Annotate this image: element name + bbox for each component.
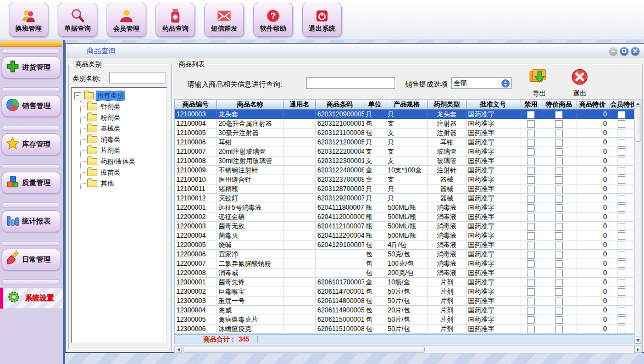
checkbox[interactable] bbox=[527, 214, 535, 221]
tree-item[interactable]: 针剂类 bbox=[81, 101, 166, 112]
checkbox[interactable] bbox=[618, 214, 625, 221]
sidebar-item-daily[interactable]: 日常管理 bbox=[2, 249, 61, 271]
scroll-right-button[interactable] bbox=[634, 346, 641, 353]
checkbox[interactable] bbox=[527, 251, 535, 259]
sidebar-item-quality[interactable]: 质量管理 bbox=[2, 172, 61, 194]
checkbox[interactable] bbox=[527, 326, 535, 333]
column-header[interactable]: 产品规格 bbox=[386, 100, 428, 110]
checkbox[interactable] bbox=[527, 288, 535, 296]
checkbox[interactable] bbox=[527, 242, 535, 249]
column-header[interactable]: 禁用 bbox=[520, 100, 542, 110]
sidebar-item-inventory[interactable]: 库存管理 bbox=[2, 133, 61, 155]
table-row[interactable]: 12200006宜家净包50克/包消毒液国药准字0 bbox=[175, 250, 634, 259]
checkbox[interactable] bbox=[618, 111, 625, 119]
exit-system-button[interactable]: 退出系统 bbox=[302, 3, 342, 37]
tree-item[interactable]: 器械类 bbox=[81, 123, 166, 134]
checkbox[interactable] bbox=[618, 223, 625, 231]
scroll-up-button[interactable] bbox=[635, 100, 641, 107]
table-row[interactable]: 12300006冰蟾瘟疫克6206115100008包50片/包片剂国药准字0 bbox=[175, 324, 634, 334]
table-row[interactable]: 12200002远征金碘6204112000000瓶500ML/瓶消毒液国药准字… bbox=[175, 212, 634, 222]
exit-button[interactable]: 退出 bbox=[565, 68, 594, 98]
collapse-icon[interactable] bbox=[74, 92, 81, 99]
table-row[interactable]: 1210000530毫升注射器6203121100008包支注射器国药准字0 bbox=[175, 128, 634, 138]
checkbox[interactable] bbox=[618, 232, 625, 240]
column-header[interactable]: 批准文号 bbox=[466, 100, 520, 110]
checkbox[interactable] bbox=[618, 204, 625, 212]
checkbox[interactable] bbox=[555, 214, 563, 221]
checkbox[interactable] bbox=[555, 288, 563, 296]
table-row[interactable]: 12300004禽威6206114900005包20片/包片剂国药准字0 bbox=[175, 306, 634, 315]
checkbox[interactable] bbox=[618, 195, 625, 203]
table-row[interactable]: 12300005禽病瘟毒克片6206115000001包50片/包片剂国药准字0 bbox=[175, 315, 634, 324]
checkbox[interactable] bbox=[555, 167, 563, 175]
maximize-button[interactable] bbox=[620, 47, 629, 55]
scroll-down-button[interactable] bbox=[635, 337, 641, 344]
column-header[interactable]: 特价商品 bbox=[542, 100, 576, 110]
checkbox[interactable] bbox=[555, 120, 563, 128]
tree-item-label[interactable]: 针剂类 bbox=[99, 102, 121, 111]
checkbox[interactable] bbox=[527, 316, 535, 324]
checkbox[interactable] bbox=[618, 316, 625, 324]
drug-query-button[interactable]: 药品查询 bbox=[156, 3, 195, 37]
checkbox[interactable] bbox=[527, 148, 535, 156]
scroll-left-button[interactable] bbox=[175, 346, 182, 353]
checkbox[interactable] bbox=[555, 130, 563, 137]
checkbox[interactable] bbox=[618, 176, 625, 184]
checkbox[interactable] bbox=[618, 326, 625, 333]
checkbox[interactable] bbox=[527, 167, 535, 175]
tree-item[interactable]: 其他 bbox=[81, 178, 166, 189]
checkbox[interactable] bbox=[527, 120, 535, 128]
tree-item[interactable]: 药粉/液体类 bbox=[81, 156, 166, 167]
checkbox[interactable] bbox=[527, 111, 535, 119]
column-header[interactable]: 药剂类型 bbox=[428, 100, 466, 110]
close-button[interactable] bbox=[631, 47, 640, 55]
table-row[interactable]: 12100011猪精瓶6203128700003只只器械国药准字0 bbox=[175, 184, 634, 194]
table-row[interactable]: 12300002巨毒喉宝6206114700001包50片/包片剂国药准字0 bbox=[175, 287, 634, 296]
table-row[interactable]: 12100012灭蚊灯6203129200007只只器械国药准字0 bbox=[175, 194, 634, 203]
table-row[interactable]: 12200004菌毒灭6204112200004瓶500ML/瓶消毒液国药准字0 bbox=[175, 231, 634, 240]
spinner-icon[interactable] bbox=[501, 79, 510, 88]
checkbox[interactable] bbox=[618, 139, 625, 147]
checkbox[interactable] bbox=[618, 120, 625, 128]
table-row[interactable]: 1210000830ml注射用玻璃管6203122300001支支玻璃管国药准字… bbox=[175, 156, 634, 166]
tree-item-label[interactable]: 器械类 bbox=[99, 124, 121, 133]
checkbox[interactable] bbox=[527, 279, 535, 287]
column-header[interactable]: 单位 bbox=[364, 100, 386, 110]
tree-item-label[interactable]: 其他 bbox=[99, 179, 115, 188]
checkbox[interactable] bbox=[527, 232, 535, 240]
tree-root-item[interactable]: 所有类别 bbox=[74, 90, 166, 101]
table-row[interactable]: 12100003龙头套6203120900005只只龙头套国药准字0 bbox=[175, 110, 634, 119]
checkbox[interactable] bbox=[618, 130, 625, 137]
table-row[interactable]: 12200005烧碱6204129100007包4斤/包消毒液国药准字0 bbox=[175, 240, 634, 250]
checkbox[interactable] bbox=[527, 176, 535, 184]
table-row[interactable]: 12300003重症一号6206114800008包50片/包片剂国药准字0 bbox=[175, 296, 634, 306]
checkbox[interactable] bbox=[555, 298, 563, 305]
tab-product-query[interactable]: 商品查询 bbox=[87, 46, 115, 56]
tree-item-label[interactable]: 疫苗类 bbox=[99, 168, 121, 177]
checkbox[interactable] bbox=[618, 270, 625, 277]
checkbox[interactable] bbox=[555, 204, 563, 212]
product-search-input[interactable] bbox=[306, 77, 395, 89]
checkbox[interactable] bbox=[527, 298, 535, 305]
sidebar-item-purchase[interactable]: 进货管理 bbox=[2, 57, 61, 79]
checkbox[interactable] bbox=[618, 298, 625, 305]
tree-item[interactable]: 片剂类 bbox=[81, 145, 166, 156]
shift-management-button[interactable]: 换班管理 bbox=[9, 3, 48, 37]
checkbox[interactable] bbox=[555, 176, 563, 184]
table-row[interactable]: 12200003菌毒无敌6204112100007瓶500ML/瓶消毒液国药准字… bbox=[175, 222, 634, 231]
export-button[interactable]: 导出 bbox=[525, 68, 553, 98]
column-header[interactable]: 商品编号 bbox=[175, 100, 216, 110]
tree-item-label[interactable]: 消毒类 bbox=[99, 135, 121, 144]
checkbox[interactable] bbox=[555, 148, 563, 156]
category-name-input[interactable] bbox=[109, 72, 165, 83]
checkbox[interactable] bbox=[527, 130, 535, 137]
sidebar-item-system-settings[interactable]: 系统设置 bbox=[0, 287, 63, 309]
member-management-button[interactable]: 会员管理 bbox=[107, 3, 146, 37]
checkbox[interactable] bbox=[555, 270, 563, 277]
tree-item[interactable]: 粉剂类 bbox=[81, 112, 166, 123]
checkbox[interactable] bbox=[555, 223, 563, 231]
checkbox[interactable] bbox=[527, 139, 535, 147]
column-header[interactable]: 会员特价 bbox=[609, 100, 634, 110]
checkbox[interactable] bbox=[527, 223, 535, 231]
checkbox[interactable] bbox=[527, 260, 535, 268]
